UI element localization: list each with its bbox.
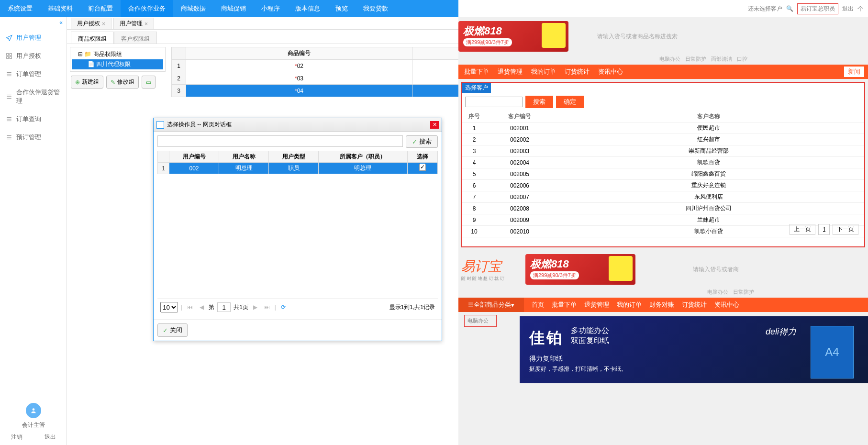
minus-button[interactable]: ▭ — [142, 76, 156, 89]
customer-search-button[interactable]: 搜索 — [525, 96, 553, 108]
first-page-icon[interactable]: ⏮ — [185, 304, 195, 311]
cat-link[interactable]: 日常防护 — [685, 56, 706, 63]
customer-search-input[interactable] — [465, 97, 523, 107]
nav-version[interactable]: 版本信息 — [288, 0, 328, 17]
cat-link[interactable]: 口腔 — [737, 56, 747, 63]
cat-link[interactable]: 面部清洁 — [711, 56, 732, 63]
nav-mall-data[interactable]: 商城数据 — [173, 0, 213, 17]
exit-link[interactable]: 退出 — [45, 433, 56, 441]
table-row[interactable]: 8002008四川泸州百货公司 — [462, 203, 864, 214]
nav2-info[interactable]: 资讯中心 — [714, 300, 739, 309]
cell-customer: 明总理 — [319, 163, 408, 174]
table-row[interactable]: 5002005绵阳鑫鑫百货 — [462, 168, 864, 180]
nav2-myorder[interactable]: 我的订单 — [617, 300, 642, 309]
tab-user-auth[interactable]: 用户授权× — [71, 18, 111, 29]
new-group-button[interactable]: ⊕新建组 — [71, 76, 103, 89]
col-usertype: 用户类型 — [269, 151, 319, 163]
dialog-search-button[interactable]: ✓搜索 — [406, 135, 438, 148]
sidebar-item-partner-return[interactable]: 合作伙伴退货管理 — [0, 83, 67, 110]
close-icon[interactable]: ✕ — [430, 121, 439, 129]
sidebar-item-order-query[interactable]: 订单查询 — [0, 110, 67, 128]
next-page-icon[interactable]: ▶ — [251, 304, 259, 311]
check-icon: ✓ — [163, 327, 168, 334]
sidebar-label: 订单查询 — [16, 115, 41, 123]
customer-confirm-button[interactable]: 确定 — [556, 96, 584, 108]
cat-link[interactable]: 日常防护 — [733, 289, 754, 296]
prev-page-icon[interactable]: ◀ — [198, 304, 206, 311]
close-icon[interactable]: × — [145, 21, 148, 27]
nav2-return[interactable]: 退货管理 — [584, 300, 609, 309]
news-badge[interactable]: 新闻 — [844, 67, 864, 77]
ad-brand: 佳铂 — [529, 328, 564, 349]
nav-frontend[interactable]: 前台配置 — [80, 0, 121, 17]
nav-basic[interactable]: 基础资料 — [40, 0, 80, 17]
table-row[interactable]: 1 002 明总理 职员 明总理 — [158, 163, 438, 174]
sidebar-item-preorder[interactable]: 预订管理 — [0, 128, 67, 146]
search-placeholder-2[interactable]: 请输入货号或者商 — [693, 266, 739, 274]
edit-group-button[interactable]: ✎修改组 — [106, 76, 139, 89]
table-row[interactable]: 1002001便民超市 — [462, 122, 864, 134]
nav-mall-promo[interactable]: 商城促销 — [213, 0, 254, 17]
list-icon — [6, 71, 12, 78]
partner-nav: 批量下单 退货管理 我的订单 订货统计 资讯中心 新闻 — [458, 65, 868, 79]
collapse-sidebar-icon[interactable]: « — [0, 17, 67, 29]
cell-code: 002005 — [486, 168, 553, 180]
close-icon[interactable]: × — [102, 21, 105, 27]
dialog-titlebar[interactable]: 选择操作员 -- 网页对话框 ✕ — [154, 118, 442, 132]
nav-preview[interactable]: 预览 — [328, 0, 356, 17]
all-categories-button[interactable]: ☰ 全部商品分类 ▾ — [458, 298, 524, 312]
page-input[interactable] — [217, 302, 231, 312]
brand-tagline: 随 时 随 地 想 订 就 订 — [461, 276, 525, 282]
next-page-button[interactable]: 下一页 — [833, 224, 858, 235]
nav-return[interactable]: 退货管理 — [498, 67, 523, 76]
nav-system[interactable]: 系统设置 — [0, 0, 40, 17]
cell-code: 002001 — [486, 122, 553, 134]
nav-my-order[interactable]: 我的订单 — [531, 67, 556, 76]
nav-loan[interactable]: 我要贷款 — [356, 0, 396, 17]
category-box[interactable]: 电脑办公 — [464, 315, 497, 327]
page-input[interactable] — [818, 224, 830, 235]
cell-seq: 1 — [462, 122, 486, 134]
logout-link[interactable]: 注销 — [11, 433, 22, 441]
nav2-stats[interactable]: 订货统计 — [682, 300, 707, 309]
personal-link[interactable]: 个 — [857, 5, 863, 13]
nav2-home[interactable]: 首页 — [532, 300, 544, 309]
dialog-search-input[interactable] — [157, 135, 403, 147]
magnifier-icon: 🔍 — [786, 5, 793, 12]
tree-child-sichuan[interactable]: 📄 四川代理权限 — [72, 59, 163, 69]
table-row[interactable]: 7002007东风便利店 — [462, 191, 864, 203]
nav2-batch[interactable]: 批量下单 — [552, 300, 577, 309]
partner-search-placeholder[interactable]: 请输入货号或者商品名称进搜索 — [597, 33, 678, 41]
role-box[interactable]: 易订宝总职员 — [797, 3, 838, 14]
cell-check[interactable] — [407, 163, 437, 174]
cat-link[interactable]: 电脑办公 — [707, 289, 728, 296]
nav2-finance[interactable]: 财务对账 — [649, 300, 674, 309]
subtab-product-group[interactable]: 商品权限组 — [71, 32, 114, 44]
table-row[interactable]: 6002006重庆好意连锁 — [462, 180, 864, 191]
prev-page-button[interactable]: 上一页 — [790, 224, 815, 235]
col-cust-name: 客户名称 — [553, 111, 864, 122]
exit-link[interactable]: 退出 — [842, 5, 854, 13]
bag-icon — [609, 256, 633, 281]
last-page-icon[interactable]: ⏭ — [262, 304, 272, 311]
nav-partner-biz[interactable]: 合作伙伴业务 — [121, 0, 173, 17]
table-row[interactable]: 4002004凯歌百货 — [462, 157, 864, 168]
sidebar-item-user-mgmt[interactable]: 用户管理 — [0, 29, 67, 47]
tree-root-node[interactable]: 商品权限组 — [72, 49, 163, 59]
table-row[interactable]: 2002002红兴超市 — [462, 134, 864, 145]
nav-info[interactable]: 资讯中心 — [598, 67, 623, 76]
tab-user-mgmt[interactable]: 用户管理× — [113, 18, 154, 29]
col-select: 选择 — [407, 151, 437, 163]
sidebar-item-user-auth[interactable]: 用户授权 — [0, 47, 67, 65]
nav-order-stats[interactable]: 订货统计 — [565, 67, 590, 76]
subtab-customer-group[interactable]: 客户权限组 — [114, 32, 157, 44]
table-row[interactable]: 3002003崇新商品经营部 — [462, 145, 864, 157]
page-size-select[interactable]: 10 — [160, 302, 178, 312]
refresh-icon[interactable]: ⟳ — [279, 304, 288, 311]
sidebar-item-order[interactable]: 订单管理 — [0, 65, 67, 83]
nav-batch-order[interactable]: 批量下单 — [464, 67, 489, 76]
nav-miniapp[interactable]: 小程序 — [254, 0, 288, 17]
cat-link[interactable]: 电脑办公 — [659, 56, 680, 63]
cell-seq: 5 — [462, 168, 486, 180]
dialog-close-button[interactable]: ✓关闭 — [157, 323, 188, 337]
